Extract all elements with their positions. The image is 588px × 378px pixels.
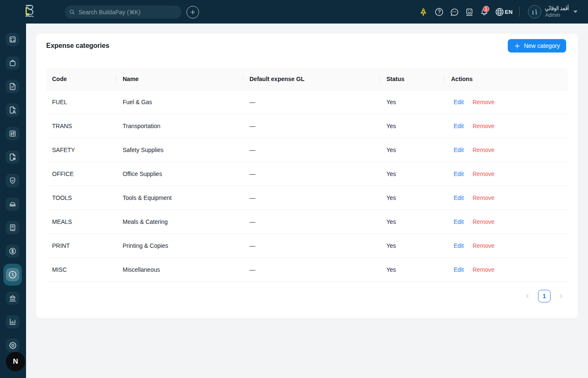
svg-text:BuildaPay: BuildaPay [26,15,34,17]
